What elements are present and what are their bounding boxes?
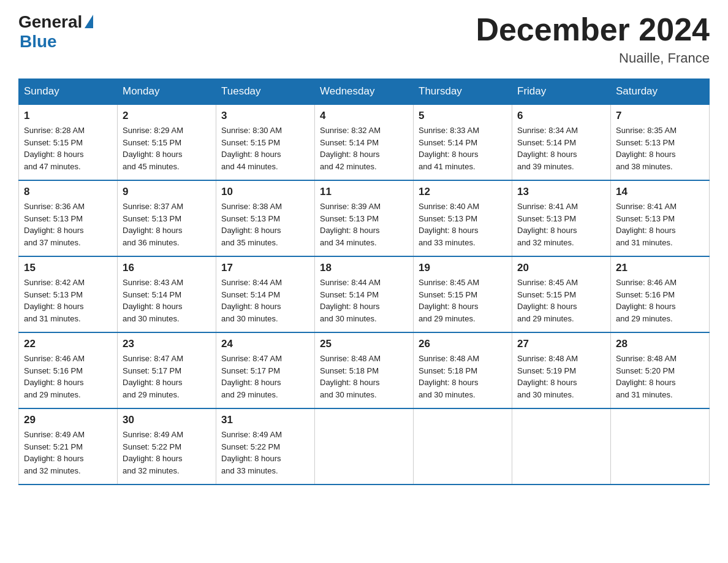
day-number: 9	[123, 186, 211, 198]
calendar-cell: 4Sunrise: 8:32 AMSunset: 5:14 PMDaylight…	[315, 104, 414, 180]
day-info: Sunrise: 8:36 AMSunset: 5:13 PMDaylight:…	[24, 201, 112, 248]
day-number: 24	[221, 338, 309, 350]
day-number: 13	[517, 186, 605, 198]
day-info: Sunrise: 8:37 AMSunset: 5:13 PMDaylight:…	[123, 201, 211, 248]
day-info: Sunrise: 8:49 AMSunset: 5:22 PMDaylight:…	[221, 429, 309, 477]
day-number: 31	[221, 414, 309, 426]
day-info: Sunrise: 8:44 AMSunset: 5:14 PMDaylight:…	[320, 277, 408, 324]
calendar-cell: 30Sunrise: 8:49 AMSunset: 5:22 PMDayligh…	[118, 408, 216, 484]
calendar-cell: 25Sunrise: 8:48 AMSunset: 5:18 PMDayligh…	[315, 332, 414, 408]
day-number: 19	[419, 262, 507, 274]
day-info: Sunrise: 8:34 AMSunset: 5:14 PMDaylight:…	[517, 124, 605, 172]
calendar-cell	[315, 408, 414, 484]
day-number: 25	[320, 338, 408, 350]
day-number: 12	[419, 186, 507, 198]
calendar-cell: 16Sunrise: 8:43 AMSunset: 5:14 PMDayligh…	[118, 256, 216, 332]
calendar-cell: 13Sunrise: 8:41 AMSunset: 5:13 PMDayligh…	[512, 180, 611, 256]
day-number: 27	[517, 338, 605, 350]
calendar-cell: 27Sunrise: 8:48 AMSunset: 5:19 PMDayligh…	[512, 332, 611, 408]
calendar-cell: 6Sunrise: 8:34 AMSunset: 5:14 PMDaylight…	[512, 104, 611, 180]
logo: General Blue	[18, 12, 93, 52]
logo-triangle-icon	[85, 15, 93, 28]
day-number: 29	[24, 414, 112, 426]
calendar-cell: 8Sunrise: 8:36 AMSunset: 5:13 PMDaylight…	[19, 180, 118, 256]
calendar-cell: 5Sunrise: 8:33 AMSunset: 5:14 PMDaylight…	[414, 104, 512, 180]
location-subtitle: Nuaille, France	[476, 50, 710, 66]
day-number: 10	[221, 186, 309, 198]
day-info: Sunrise: 8:49 AMSunset: 5:21 PMDaylight:…	[24, 429, 112, 477]
day-number: 14	[616, 186, 704, 198]
day-number: 11	[320, 186, 408, 198]
calendar-week-row: 1Sunrise: 8:28 AMSunset: 5:15 PMDaylight…	[19, 104, 710, 180]
day-info: Sunrise: 8:48 AMSunset: 5:18 PMDaylight:…	[419, 353, 507, 400]
day-number: 17	[221, 262, 309, 274]
day-number: 18	[320, 262, 408, 274]
calendar-week-row: 15Sunrise: 8:42 AMSunset: 5:13 PMDayligh…	[19, 256, 710, 332]
calendar-cell: 23Sunrise: 8:47 AMSunset: 5:17 PMDayligh…	[118, 332, 216, 408]
calendar-cell: 28Sunrise: 8:48 AMSunset: 5:20 PMDayligh…	[611, 332, 710, 408]
title-section: December 2024 Nuaille, France	[476, 12, 710, 66]
day-number: 16	[123, 262, 211, 274]
day-info: Sunrise: 8:47 AMSunset: 5:17 PMDaylight:…	[221, 353, 309, 400]
calendar-cell: 10Sunrise: 8:38 AMSunset: 5:13 PMDayligh…	[216, 180, 315, 256]
calendar-week-row: 22Sunrise: 8:46 AMSunset: 5:16 PMDayligh…	[19, 332, 710, 408]
day-info: Sunrise: 8:29 AMSunset: 5:15 PMDaylight:…	[123, 124, 211, 172]
day-info: Sunrise: 8:48 AMSunset: 5:19 PMDaylight:…	[517, 353, 605, 400]
day-number: 20	[517, 262, 605, 274]
day-info: Sunrise: 8:32 AMSunset: 5:14 PMDaylight:…	[320, 124, 408, 172]
calendar-cell: 14Sunrise: 8:41 AMSunset: 5:13 PMDayligh…	[611, 180, 710, 256]
calendar-cell: 3Sunrise: 8:30 AMSunset: 5:15 PMDaylight…	[216, 104, 315, 180]
day-number: 5	[419, 110, 507, 122]
day-info: Sunrise: 8:48 AMSunset: 5:18 PMDaylight:…	[320, 353, 408, 400]
calendar-cell: 24Sunrise: 8:47 AMSunset: 5:17 PMDayligh…	[216, 332, 315, 408]
day-info: Sunrise: 8:44 AMSunset: 5:14 PMDaylight:…	[221, 277, 309, 324]
day-info: Sunrise: 8:45 AMSunset: 5:15 PMDaylight:…	[419, 277, 507, 324]
header-sunday: Sunday	[19, 79, 118, 105]
calendar-cell: 15Sunrise: 8:42 AMSunset: 5:13 PMDayligh…	[19, 256, 118, 332]
day-info: Sunrise: 8:35 AMSunset: 5:13 PMDaylight:…	[616, 124, 704, 172]
calendar-cell	[611, 408, 710, 484]
day-number: 22	[24, 338, 112, 350]
day-info: Sunrise: 8:49 AMSunset: 5:22 PMDaylight:…	[123, 429, 211, 477]
page-header: General Blue December 2024 Nuaille, Fran…	[18, 12, 710, 66]
calendar-cell: 20Sunrise: 8:45 AMSunset: 5:15 PMDayligh…	[512, 256, 611, 332]
calendar-cell	[512, 408, 611, 484]
day-number: 30	[123, 414, 211, 426]
day-info: Sunrise: 8:28 AMSunset: 5:15 PMDaylight:…	[24, 124, 112, 172]
day-info: Sunrise: 8:38 AMSunset: 5:13 PMDaylight:…	[221, 201, 309, 248]
calendar-cell: 31Sunrise: 8:49 AMSunset: 5:22 PMDayligh…	[216, 408, 315, 484]
header-tuesday: Tuesday	[216, 79, 315, 105]
day-number: 15	[24, 262, 112, 274]
day-info: Sunrise: 8:45 AMSunset: 5:15 PMDaylight:…	[517, 277, 605, 324]
calendar-cell: 12Sunrise: 8:40 AMSunset: 5:13 PMDayligh…	[414, 180, 512, 256]
day-info: Sunrise: 8:41 AMSunset: 5:13 PMDaylight:…	[517, 201, 605, 248]
logo-blue-text: Blue	[20, 32, 57, 52]
day-number: 26	[419, 338, 507, 350]
calendar-week-row: 29Sunrise: 8:49 AMSunset: 5:21 PMDayligh…	[19, 408, 710, 484]
day-number: 3	[221, 110, 309, 122]
month-title: December 2024	[476, 12, 710, 47]
day-info: Sunrise: 8:46 AMSunset: 5:16 PMDaylight:…	[616, 277, 704, 324]
day-info: Sunrise: 8:46 AMSunset: 5:16 PMDaylight:…	[24, 353, 112, 400]
header-monday: Monday	[118, 79, 216, 105]
calendar-cell: 2Sunrise: 8:29 AMSunset: 5:15 PMDaylight…	[118, 104, 216, 180]
day-number: 6	[517, 110, 605, 122]
header-thursday: Thursday	[414, 79, 512, 105]
day-info: Sunrise: 8:33 AMSunset: 5:14 PMDaylight:…	[419, 124, 507, 172]
day-info: Sunrise: 8:48 AMSunset: 5:20 PMDaylight:…	[616, 353, 704, 400]
calendar-cell: 21Sunrise: 8:46 AMSunset: 5:16 PMDayligh…	[611, 256, 710, 332]
calendar-table: SundayMondayTuesdayWednesdayThursdayFrid…	[18, 79, 710, 485]
calendar-cell: 17Sunrise: 8:44 AMSunset: 5:14 PMDayligh…	[216, 256, 315, 332]
calendar-cell: 11Sunrise: 8:39 AMSunset: 5:13 PMDayligh…	[315, 180, 414, 256]
day-number: 7	[616, 110, 704, 122]
day-info: Sunrise: 8:39 AMSunset: 5:13 PMDaylight:…	[320, 201, 408, 248]
day-info: Sunrise: 8:30 AMSunset: 5:15 PMDaylight:…	[221, 124, 309, 172]
header-saturday: Saturday	[611, 79, 710, 105]
day-info: Sunrise: 8:41 AMSunset: 5:13 PMDaylight:…	[616, 201, 704, 248]
calendar-cell: 22Sunrise: 8:46 AMSunset: 5:16 PMDayligh…	[19, 332, 118, 408]
header-friday: Friday	[512, 79, 611, 105]
day-number: 23	[123, 338, 211, 350]
calendar-cell: 26Sunrise: 8:48 AMSunset: 5:18 PMDayligh…	[414, 332, 512, 408]
calendar-cell: 18Sunrise: 8:44 AMSunset: 5:14 PMDayligh…	[315, 256, 414, 332]
day-number: 21	[616, 262, 704, 274]
